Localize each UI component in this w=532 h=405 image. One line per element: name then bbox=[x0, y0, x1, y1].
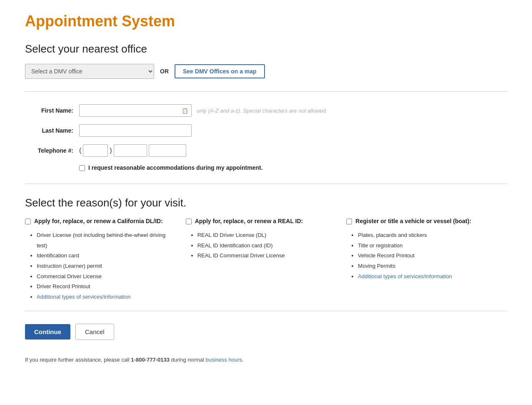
list-item[interactable]: Additional types of services/information bbox=[358, 272, 499, 282]
list-item: Driver License (not including behind-the… bbox=[37, 230, 177, 251]
phone-area-input[interactable] bbox=[83, 144, 108, 157]
first-name-label: First Name: bbox=[25, 107, 79, 114]
last-name-label: Last Name: bbox=[25, 127, 79, 134]
list-item: Commercial Driver License bbox=[37, 272, 177, 282]
reasons-section-heading: Select the reason(s) for your visit. bbox=[25, 196, 507, 209]
divider-2 bbox=[25, 184, 507, 184]
list-item: REAL ID Identification card (ID) bbox=[197, 241, 338, 251]
first-name-input[interactable] bbox=[79, 104, 192, 117]
first-name-row: First Name: 📋 only (A-Z and a-z). Specia… bbox=[25, 104, 507, 117]
last-name-row: Last Name: bbox=[25, 124, 507, 137]
reason-col-1-header: Apply for, replace, or renew a Californi… bbox=[25, 218, 177, 224]
reason-col-2-title: Apply for, replace, or renew a REAL ID: bbox=[195, 218, 303, 224]
list-item[interactable]: Additional types of services/information bbox=[37, 292, 177, 302]
cancel-button[interactable]: Cancel bbox=[75, 324, 114, 340]
accommodation-label: I request reasonable accommodations duri… bbox=[88, 164, 263, 171]
reason-col-2: Apply for, replace, or renew a REAL ID: … bbox=[186, 218, 347, 302]
office-select-row: Select a DMV office OR See DMV Offices o… bbox=[25, 64, 507, 79]
footer-text-before: If you require further assistance, pleas… bbox=[25, 357, 131, 363]
reason-columns: Apply for, replace, or renew a Californi… bbox=[25, 218, 507, 302]
list-item: Title or registration bbox=[358, 241, 499, 251]
reason-list-3: Plates, placards and stickers Title or r… bbox=[346, 230, 499, 282]
reason-col-3-title: Register or title a vehicle or vessel (b… bbox=[355, 218, 471, 224]
footer-text-after: . bbox=[242, 357, 244, 363]
reason-col-1-title: Apply for, replace, or renew a Californi… bbox=[34, 218, 163, 224]
app-title: Appointment System bbox=[25, 13, 507, 30]
paren-close: ) bbox=[110, 147, 112, 154]
reason-list-1: Driver License (not including behind-the… bbox=[25, 230, 177, 302]
phone-number-input[interactable] bbox=[149, 144, 186, 157]
reason-col-1: Apply for, replace, or renew a Californi… bbox=[25, 218, 186, 302]
or-label: OR bbox=[160, 68, 169, 75]
reason-checkbox-2[interactable] bbox=[186, 219, 192, 224]
list-item: Vehicle Record Printout bbox=[358, 251, 499, 261]
phone-group: ( ) bbox=[79, 144, 186, 157]
phone-exchange-input[interactable] bbox=[114, 144, 147, 157]
reason-col-2-header: Apply for, replace, or renew a REAL ID: bbox=[186, 218, 338, 224]
list-item: Driver Record Printout bbox=[37, 282, 177, 292]
accommodation-row: I request reasonable accommodations duri… bbox=[79, 164, 507, 171]
list-item: Plates, placards and stickers bbox=[358, 230, 499, 241]
telephone-row: Telephone #: ( ) bbox=[25, 144, 507, 157]
first-name-hint: only (A-Z and a-z). Special characters a… bbox=[197, 108, 327, 114]
last-name-input[interactable] bbox=[79, 124, 192, 137]
list-item: REAL ID Driver License (DL) bbox=[197, 230, 338, 241]
buttons-row: Continue Cancel bbox=[25, 324, 507, 340]
reason-list-2: REAL ID Driver License (DL) REAL ID Iden… bbox=[186, 230, 338, 261]
footer-text-middle: during normal bbox=[170, 357, 206, 363]
list-item: Moving Permits bbox=[358, 261, 499, 272]
reason-checkbox-3[interactable] bbox=[346, 219, 352, 224]
telephone-label: Telephone #: bbox=[25, 147, 79, 154]
office-section-heading: Select your nearest office bbox=[25, 43, 507, 55]
first-name-input-wrapper: 📋 bbox=[79, 104, 192, 117]
footer-text: If you require further assistance, pleas… bbox=[25, 357, 507, 371]
accommodation-checkbox[interactable] bbox=[79, 165, 85, 171]
divider-1 bbox=[25, 91, 507, 92]
dmv-office-dropdown[interactable]: Select a DMV office bbox=[25, 64, 154, 79]
footer-phone: 1-800-777-0133 bbox=[131, 357, 170, 363]
continue-button[interactable]: Continue bbox=[25, 324, 70, 340]
list-item: REAL ID Commercial Driver License bbox=[197, 251, 338, 261]
reason-checkbox-1[interactable] bbox=[25, 219, 31, 224]
reason-col-3: Register or title a vehicle or vessel (b… bbox=[346, 218, 507, 302]
see-map-button[interactable]: See DMV Offices on a map bbox=[175, 64, 265, 78]
paren-open: ( bbox=[79, 147, 81, 154]
list-item: Identification card bbox=[37, 251, 177, 261]
reason-col-3-header: Register or title a vehicle or vessel (b… bbox=[346, 218, 499, 224]
personal-info-form: First Name: 📋 only (A-Z and a-z). Specia… bbox=[25, 104, 507, 171]
business-hours-link[interactable]: business hours bbox=[206, 357, 242, 363]
input-icon: 📋 bbox=[182, 108, 188, 114]
list-item: Instruction (Learner) permit bbox=[37, 261, 177, 272]
additional-services-link-3[interactable]: Additional types of services/information bbox=[358, 273, 452, 279]
divider-3 bbox=[25, 311, 507, 311]
additional-services-link-1[interactable]: Additional types of services/information bbox=[37, 294, 130, 300]
